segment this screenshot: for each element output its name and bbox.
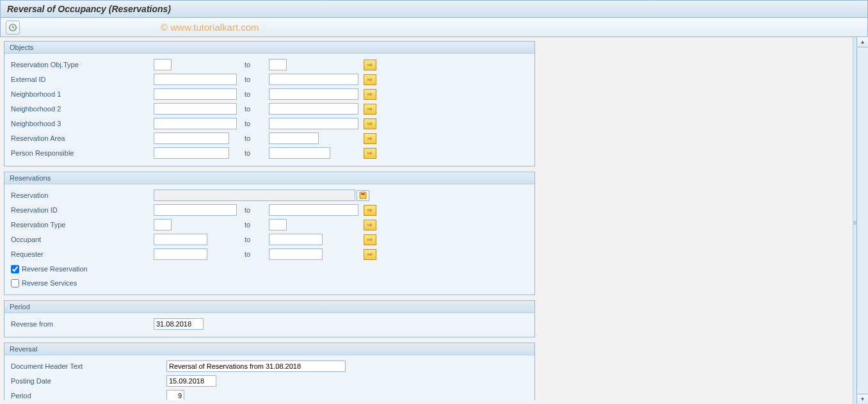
- multi-select-person-resp[interactable]: ⇨: [364, 148, 376, 159]
- checkbox-reverse-services[interactable]: [11, 279, 19, 287]
- input-res-obj-type-to[interactable]: [269, 59, 287, 70]
- label-reverse-services: Reverse Services: [22, 279, 77, 287]
- lookup-reservation-button[interactable]: [357, 190, 369, 201]
- label-reservation: Reservation: [10, 191, 154, 199]
- to-label: to: [245, 250, 269, 258]
- to-label: to: [245, 61, 269, 69]
- input-neigh2-to[interactable]: [269, 103, 358, 115]
- vertical-scrollbar[interactable]: ▲ ▼: [856, 37, 868, 404]
- label-res-type: Reservation Type: [10, 221, 154, 229]
- title-bar: Reversal of Occupancy (Reservations): [0, 0, 868, 18]
- label-requester: Requester: [10, 250, 154, 258]
- input-neigh1-from[interactable]: [154, 88, 237, 100]
- group-period: Period Reverse from: [4, 300, 535, 337]
- multi-select-res-obj-type[interactable]: ⇨: [364, 60, 376, 70]
- input-person-resp-to[interactable]: [269, 147, 330, 159]
- label-neigh3: Neighborhood 3: [10, 120, 154, 127]
- arrow-right-icon: ⇨: [367, 61, 373, 68]
- multi-select-external-id[interactable]: ⇨: [364, 74, 376, 85]
- multi-select-res-id[interactable]: ⇨: [364, 205, 376, 216]
- to-label: to: [245, 76, 269, 83]
- arrow-right-icon: ⇨: [367, 106, 373, 112]
- input-posting-date[interactable]: [166, 375, 216, 387]
- arrow-right-icon: ⇨: [367, 120, 373, 127]
- to-label: to: [245, 90, 269, 98]
- checkbox-reverse-reservation[interactable]: [11, 265, 19, 273]
- label-res-area: Reservation Area: [10, 134, 154, 142]
- label-external-id: External ID: [10, 76, 154, 83]
- label-occupant: Occupant: [10, 236, 154, 243]
- input-neigh3-from[interactable]: [154, 118, 237, 129]
- group-reservations-header: Reservations: [4, 172, 534, 184]
- input-res-type-from[interactable]: [154, 219, 172, 230]
- arrow-right-icon: ⇨: [367, 135, 373, 141]
- toolbar: © www.tutorialkart.com: [0, 18, 868, 37]
- input-res-id-from[interactable]: [154, 204, 237, 216]
- multi-select-neigh2[interactable]: ⇨: [364, 104, 376, 115]
- arrow-right-icon: ⇨: [367, 150, 373, 156]
- multi-select-res-type[interactable]: ⇨: [364, 220, 376, 230]
- input-requester-to[interactable]: [269, 248, 323, 260]
- label-res-id: Reservation ID: [10, 206, 154, 214]
- group-objects: Objects Reservation Obj.Type to ⇨ Extern…: [4, 41, 535, 166]
- chevron-down-icon: ▼: [860, 396, 865, 402]
- content-area: Objects Reservation Obj.Type to ⇨ Extern…: [0, 37, 868, 404]
- to-label: to: [245, 105, 269, 113]
- arrow-right-icon: ⇨: [367, 207, 373, 213]
- scroll-area[interactable]: Objects Reservation Obj.Type to ⇨ Extern…: [4, 41, 855, 400]
- input-neigh1-to[interactable]: [269, 88, 358, 100]
- label-neigh1: Neighborhood 1: [10, 90, 154, 98]
- to-label: to: [245, 149, 269, 157]
- input-external-id-from[interactable]: [154, 74, 237, 85]
- group-reversal: Reversal Document Header Text Posting Da…: [4, 343, 535, 400]
- label-person-resp: Person Responsible: [10, 149, 154, 157]
- arrow-right-icon: ⇨: [367, 236, 373, 243]
- arrow-right-icon: ⇨: [367, 222, 373, 228]
- multi-select-res-area[interactable]: ⇨: [364, 133, 376, 144]
- input-res-area-to[interactable]: [269, 133, 319, 144]
- input-person-resp-from[interactable]: [154, 147, 229, 159]
- document-icon: [359, 191, 367, 199]
- input-occupant-from[interactable]: [154, 234, 207, 245]
- label-res-obj-type: Reservation Obj.Type: [10, 61, 154, 69]
- input-neigh3-to[interactable]: [269, 118, 358, 129]
- multi-select-neigh1[interactable]: ⇨: [364, 89, 376, 100]
- svg-rect-2: [361, 193, 365, 195]
- to-label: to: [245, 236, 269, 243]
- input-res-obj-type-from[interactable]: [154, 59, 172, 70]
- multi-select-neigh3[interactable]: ⇨: [364, 118, 376, 129]
- clock-execute-icon: [8, 23, 17, 32]
- to-label: to: [245, 206, 269, 214]
- group-reservations: Reservations Reservation Reservation ID …: [4, 172, 535, 295]
- multi-select-requester[interactable]: ⇨: [364, 249, 376, 260]
- label-reverse-reservation: Reverse Reservation: [22, 265, 88, 273]
- watermark-text: © www.tutorialkart.com: [161, 22, 259, 33]
- group-objects-header: Objects: [4, 42, 534, 54]
- input-neigh2-from[interactable]: [154, 103, 237, 115]
- input-period[interactable]: [166, 390, 184, 400]
- scroll-down-button[interactable]: ▼: [857, 394, 868, 404]
- to-label: to: [245, 134, 269, 142]
- group-reversal-header: Reversal: [4, 343, 534, 355]
- input-requester-from[interactable]: [154, 248, 207, 260]
- input-res-type-to[interactable]: [269, 219, 287, 230]
- label-period-val: Period: [10, 392, 166, 400]
- input-res-area-from[interactable]: [154, 133, 229, 144]
- chevron-up-icon: ▲: [860, 39, 865, 45]
- label-posting-date: Posting Date: [10, 377, 166, 385]
- input-doc-header[interactable]: [166, 360, 346, 372]
- to-label: to: [245, 221, 269, 229]
- arrow-right-icon: ⇨: [367, 76, 373, 83]
- execute-button[interactable]: [6, 20, 20, 35]
- multi-select-occupant[interactable]: ⇨: [364, 234, 376, 245]
- input-occupant-to[interactable]: [269, 234, 323, 245]
- input-res-id-to[interactable]: [269, 204, 358, 216]
- input-external-id-to[interactable]: [269, 74, 358, 85]
- label-reverse-from: Reverse from: [10, 320, 154, 328]
- to-label: to: [245, 120, 269, 127]
- input-reverse-from[interactable]: [154, 318, 204, 330]
- input-reservation[interactable]: [154, 190, 355, 201]
- label-doc-header: Document Header Text: [10, 362, 166, 370]
- page-title: Reversal of Occupancy (Reservations): [7, 4, 171, 14]
- scroll-up-button[interactable]: ▲: [857, 37, 868, 47]
